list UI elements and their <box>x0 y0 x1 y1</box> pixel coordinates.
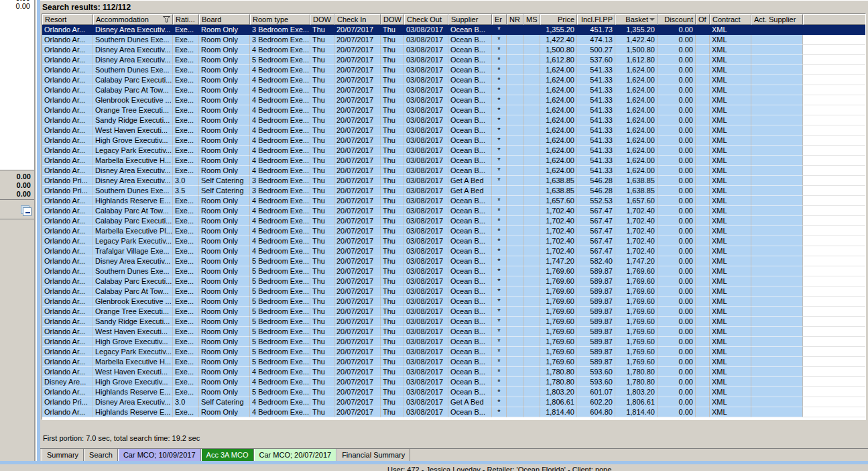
collapse-button[interactable] <box>21 205 32 216</box>
table-row[interactable]: Orlando Ar...Calabay Parc Executi...Exe.… <box>42 216 865 226</box>
table-row[interactable]: Orlando Ar...Marbella Executive H...Exe.… <box>42 357 865 367</box>
cell-price: 1,624.00 <box>540 156 577 166</box>
table-row[interactable]: Orlando Ar...Southern Dunes Exe...Exe...… <box>42 35 865 45</box>
table-row[interactable]: Orlando Ar...West Haven Executi...Exe...… <box>42 367 865 377</box>
cell-basket: 1,500.80 <box>615 45 658 55</box>
column-header-resort[interactable]: Resort <box>42 14 93 25</box>
table-row[interactable]: Orlando Pri...Southern Dunes Exe...3.5Se… <box>42 186 865 196</box>
cell-supplier: Ocean B... <box>448 256 492 266</box>
column-header-room-type[interactable]: Room type <box>250 14 310 25</box>
table-row[interactable]: Orlando Ar...Highlands Reserve E...Exe..… <box>42 407 865 417</box>
cell-check-out: 03/08/2017 <box>404 286 448 297</box>
cell-ms <box>523 367 540 377</box>
cell-basket: 1,769.60 <box>615 357 658 367</box>
column-header-check-out[interactable]: Check Out <box>404 14 448 25</box>
table-row[interactable]: Orlando Ar...Sandy Ridge Executi...Exe..… <box>42 317 865 327</box>
column-header-nr[interactable]: NR <box>507 14 523 25</box>
table-row[interactable]: Orlando Ar...High Grove Executiv...Exe..… <box>42 136 865 146</box>
column-header-price[interactable]: Price <box>540 14 577 25</box>
table-row[interactable]: Orlando Ar...Calabay Parc At Tow...Exe..… <box>42 206 865 216</box>
table-row[interactable]: Disney Are...High Grove Executiv...Exe..… <box>42 377 865 387</box>
cell-resort: Orlando Ar... <box>42 25 93 35</box>
cell-of <box>696 35 710 45</box>
column-header-accommodation[interactable]: Accommodation <box>93 14 173 25</box>
cell-basket: 1,624.00 <box>615 105 658 115</box>
cell-of <box>696 105 710 115</box>
cell-dow-out: Thu <box>381 65 404 75</box>
cell-supplier: Ocean B... <box>448 357 492 367</box>
table-row[interactable]: Orlando Ar...Sandy Ridge Executi...Exe..… <box>42 115 865 125</box>
cell-dow-in: Thu <box>310 55 334 65</box>
table-row[interactable]: Orlando Ar...Glenbrook Executive ...Exe.… <box>42 297 865 307</box>
table-row[interactable]: Orlando Ar...Glenbrook Executive ...Exe.… <box>42 95 865 105</box>
table-row[interactable]: Orlando Ar...Legacy Park Executiv...Exe.… <box>42 236 865 246</box>
tab-financial-summary[interactable]: Financial Summary <box>336 449 410 462</box>
column-header-er[interactable]: Er <box>492 14 507 25</box>
table-row-selected[interactable]: Orlando Ar...Disney Area Executiv...Exe.… <box>42 25 865 35</box>
table-row[interactable]: Orlando Ar...Calabay Parc Executi...Exe.… <box>42 276 865 286</box>
column-header-ms[interactable]: MS <box>523 14 540 25</box>
tab-car-mco-10-09-2017[interactable]: Car MCO; 10/09/2017 <box>118 449 201 462</box>
cell-price: 1,769.60 <box>540 276 577 286</box>
table-row[interactable]: Orlando Ar...Orange Tree Executi...Exe..… <box>42 307 865 317</box>
cell-basket: 1,624.00 <box>615 136 658 146</box>
table-row[interactable]: Orlando Ar...Disney Area Executiv...Exe.… <box>42 45 865 55</box>
cell-filler <box>803 337 865 347</box>
table-row[interactable]: Orlando Ar...Southern Dunes Exe...Exe...… <box>42 65 865 75</box>
cell-resort: Orlando Ar... <box>42 357 93 367</box>
table-row[interactable]: Orlando Ar...High Grove Executiv...Exe..… <box>42 337 865 347</box>
table-row[interactable]: Orlando Ar...Highlands Reserve E...Exe..… <box>42 387 865 397</box>
column-header-check-in[interactable]: Check In <box>334 14 381 25</box>
filter-funnel-icon[interactable] <box>163 16 170 23</box>
table-row[interactable]: Orlando Ar...Legacy Park Executiv...Exe.… <box>42 347 865 357</box>
cell-basket: 1,624.00 <box>615 95 658 105</box>
table-row[interactable]: Orlando Pri...Disney Area Executiv...3.0… <box>42 397 865 407</box>
table-row[interactable]: Orlando Ar...Calabay Parc Executi...Exe.… <box>42 75 865 85</box>
table-row[interactable]: Orlando Ar...Calabay Parc At Tow...Exe..… <box>42 286 865 297</box>
cell-dow-out: Thu <box>381 367 404 377</box>
column-header-incl-fl-pp[interactable]: Incl.Fl.PP <box>577 14 615 25</box>
table-row[interactable]: Orlando Ar...Marbella Executive H...Exe.… <box>42 156 865 166</box>
table-row[interactable]: Orlando Ar...Highlands Reserve E...Exe..… <box>42 196 865 206</box>
column-header-supplier[interactable]: Supplier <box>448 14 492 25</box>
column-header-act-supplier[interactable]: Act. Supplier <box>751 14 803 25</box>
cell-nr <box>507 307 523 317</box>
table-row[interactable]: Orlando Ar...Southern Dunes Exe...Exe...… <box>42 266 865 276</box>
tab-summary[interactable]: Summary <box>42 449 84 462</box>
table-row[interactable]: Orlando Ar...Orange Tree Executi...Exe..… <box>42 105 865 115</box>
column-header-dow-out[interactable]: DOW <box>381 14 404 25</box>
tab-car-mco-20-07-2017[interactable]: Car MCO; 20/07/2017 <box>254 449 337 462</box>
cell-rating: Exe... <box>173 387 199 397</box>
cell-dow-in: Thu <box>310 256 334 266</box>
table-row[interactable]: Orlando Ar...West Haven Executi...Exe...… <box>42 327 865 337</box>
table-row[interactable]: Orlando Ar...Trafalgar Village Exe...Exe… <box>42 246 865 256</box>
column-label-accommodation: Accommodation <box>96 15 149 23</box>
column-header-discount[interactable]: Discount <box>658 14 696 25</box>
table-row[interactable]: Orlando Ar...Marbella Executive Pl...Exe… <box>42 226 865 236</box>
cell-rating: Exe... <box>173 407 199 417</box>
table-row[interactable]: Orlando Pri...Disney Area Executiv...3.0… <box>42 176 865 186</box>
column-header-rating[interactable]: Rati... <box>173 14 199 25</box>
column-header-basket[interactable]: Basket <box>615 14 658 25</box>
cell-room-type: 4 Bedroom Exe... <box>250 136 310 146</box>
table-row[interactable]: Orlando Ar...Calabay Parc At Tow...Exe..… <box>42 85 865 95</box>
tab-search[interactable]: Search <box>84 449 118 462</box>
column-header-dow-in[interactable]: DOW <box>310 14 334 25</box>
cell-board: Room Only <box>199 75 250 85</box>
table-row[interactable]: Orlando Ar...Disney Area Executiv...Exe.… <box>42 55 865 65</box>
column-header-of[interactable]: Of <box>696 14 710 25</box>
column-header-contract[interactable]: Contract <box>710 14 751 25</box>
cell-filler <box>803 297 865 307</box>
tab-acc-3a-mco[interactable]: Acc 3A MCO <box>201 449 254 462</box>
table-row[interactable]: Orlando Ar...Disney Area Executiv...Exe.… <box>42 256 865 266</box>
cell-contract: XML <box>710 337 751 347</box>
table-row[interactable]: Orlando Ar...Disney Area Executiv...Exe.… <box>42 166 865 176</box>
cell-check-in: 20/07/2017 <box>334 105 381 115</box>
column-header-board[interactable]: Board <box>199 14 250 25</box>
cell-dow-out: Thu <box>381 75 404 85</box>
cell-basket: 1,702.40 <box>615 236 658 246</box>
cell-supplier: Ocean B... <box>448 327 492 337</box>
table-row[interactable]: Orlando Ar...West Haven Executi...Exe...… <box>42 125 865 136</box>
cell-discount: 0.00 <box>658 136 696 146</box>
table-row[interactable]: Orlando Ar...Legacy Park Executiv...Exe.… <box>42 146 865 156</box>
